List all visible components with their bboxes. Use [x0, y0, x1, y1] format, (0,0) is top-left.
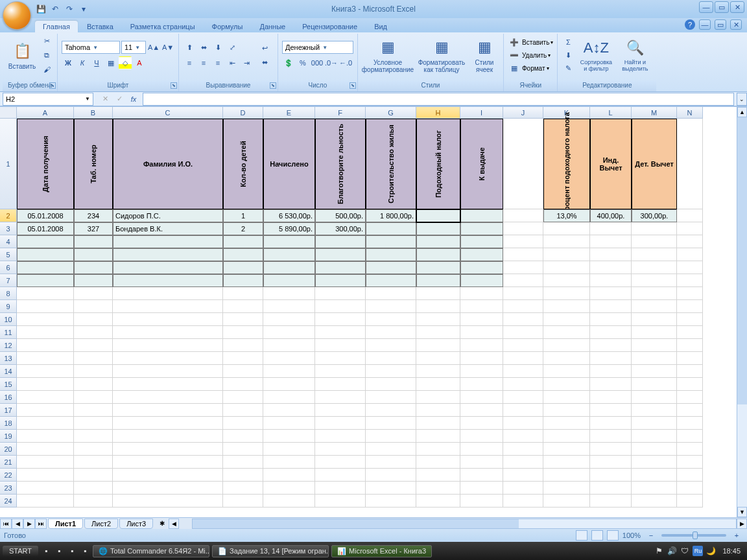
cell[interactable]	[543, 469, 590, 482]
row-header[interactable]: 11	[0, 326, 17, 339]
table-cell[interactable]	[315, 261, 366, 274]
cell[interactable]	[590, 495, 632, 508]
table-cell[interactable]	[315, 248, 366, 261]
table-cell[interactable]: 327	[74, 222, 113, 235]
cell[interactable]	[460, 482, 503, 495]
wrap-text-icon[interactable]: ↩	[255, 41, 274, 54]
table-cell[interactable]	[460, 274, 503, 287]
taskbar-item[interactable]: 🌐Total Commander 6.54Я2 - Mi...	[93, 545, 209, 557]
row-header[interactable]: 17	[0, 404, 17, 417]
expand-formula-icon[interactable]: ⌄	[737, 93, 747, 106]
table-cell[interactable]: 1 800,00р.	[366, 209, 416, 222]
table-cell[interactable]: 234	[74, 209, 113, 222]
cell[interactable]	[677, 209, 703, 222]
vertical-scrollbar[interactable]: ▲ ▼	[737, 107, 747, 517]
table-cell[interactable]	[416, 235, 460, 248]
quick-launch-icon[interactable]: ▪	[80, 546, 90, 556]
cell[interactable]	[460, 391, 503, 404]
table-cell[interactable]	[17, 248, 74, 261]
cell[interactable]	[113, 378, 223, 391]
cell[interactable]	[223, 404, 263, 417]
sheet-tab-1[interactable]: Лист1	[48, 519, 83, 529]
cell[interactable]	[543, 456, 590, 469]
table-cell[interactable]	[113, 235, 223, 248]
cell[interactable]	[503, 495, 543, 508]
cell[interactable]	[543, 417, 590, 430]
row-header[interactable]: 9	[0, 300, 17, 313]
cell[interactable]	[223, 443, 263, 456]
decrease-decimal-icon[interactable]: ←.0	[339, 56, 352, 69]
cell[interactable]	[543, 300, 590, 313]
table-cell[interactable]	[223, 274, 263, 287]
cell[interactable]	[223, 365, 263, 378]
table-cell[interactable]	[74, 274, 113, 287]
currency-icon[interactable]: 💲	[282, 56, 295, 69]
cell[interactable]	[677, 495, 703, 508]
cell[interactable]	[503, 365, 543, 378]
cell[interactable]	[74, 404, 113, 417]
cell[interactable]	[223, 495, 263, 508]
cell[interactable]	[543, 391, 590, 404]
cell[interactable]	[503, 119, 543, 209]
row-header[interactable]: 6	[0, 261, 17, 274]
cell[interactable]	[416, 495, 460, 508]
cell[interactable]	[677, 300, 703, 313]
cell[interactable]	[503, 456, 543, 469]
decrease-indent-icon[interactable]: ⇤	[226, 56, 239, 69]
tab-insert[interactable]: Вставка	[79, 21, 121, 32]
cell[interactable]	[590, 365, 632, 378]
doc-close-button[interactable]: ✕	[730, 19, 742, 30]
ribbon-minimize-button[interactable]: ―	[699, 19, 711, 30]
cell[interactable]	[632, 248, 677, 261]
quick-launch-icon[interactable]: ▪	[67, 546, 77, 556]
cell[interactable]	[74, 365, 113, 378]
cell[interactable]	[416, 326, 460, 339]
start-button[interactable]: START	[3, 546, 38, 556]
taskbar-item[interactable]: 📄Задание 13, 14 [Режим огран...	[212, 545, 329, 557]
cell[interactable]	[315, 456, 366, 469]
tray-icon[interactable]: ⚑	[654, 546, 664, 556]
cell[interactable]	[263, 482, 315, 495]
cell[interactable]	[632, 326, 677, 339]
row-header[interactable]: 13	[0, 352, 17, 365]
merge-center-icon[interactable]: ⬌	[255, 56, 274, 69]
cell[interactable]	[263, 469, 315, 482]
sheet-tab-3[interactable]: Лист3	[119, 519, 153, 529]
cell[interactable]	[74, 378, 113, 391]
cell[interactable]	[543, 365, 590, 378]
scroll-right-icon[interactable]: ▶	[737, 519, 747, 529]
sheet-first-icon[interactable]: ⏮	[0, 519, 12, 529]
cell[interactable]	[223, 313, 263, 326]
tab-home[interactable]: Главная	[35, 21, 78, 32]
cell[interactable]	[590, 261, 632, 274]
cell[interactable]	[543, 495, 590, 508]
find-select-button[interactable]: 🔍 Найти и выделить	[617, 34, 652, 76]
clock[interactable]: 18:45	[718, 547, 744, 555]
cell[interactable]	[543, 235, 590, 248]
table-cell[interactable]: 300,00р.	[632, 209, 677, 222]
cell[interactable]	[460, 430, 503, 443]
table-cell[interactable]: 500,00р.	[315, 209, 366, 222]
cell[interactable]	[366, 469, 416, 482]
table-cell[interactable]: Бондарев В.К.	[113, 222, 223, 235]
cell[interactable]	[416, 417, 460, 430]
cell[interactable]	[113, 339, 223, 352]
number-dialog-icon[interactable]: ⬊	[350, 82, 356, 89]
cell[interactable]	[503, 378, 543, 391]
column-header[interactable]: E	[263, 107, 315, 119]
cell[interactable]	[315, 391, 366, 404]
doc-restore-button[interactable]: ▭	[715, 19, 726, 30]
cell[interactable]	[315, 404, 366, 417]
cell[interactable]	[677, 248, 703, 261]
cell[interactable]	[503, 430, 543, 443]
cell[interactable]	[366, 339, 416, 352]
table-cell[interactable]	[263, 248, 315, 261]
cell[interactable]	[590, 326, 632, 339]
cell[interactable]	[315, 482, 366, 495]
cell[interactable]	[113, 469, 223, 482]
cell[interactable]	[366, 378, 416, 391]
cell[interactable]	[416, 313, 460, 326]
cell[interactable]	[543, 222, 590, 235]
increase-decimal-icon[interactable]: .0→	[325, 56, 338, 69]
cell[interactable]	[677, 482, 703, 495]
